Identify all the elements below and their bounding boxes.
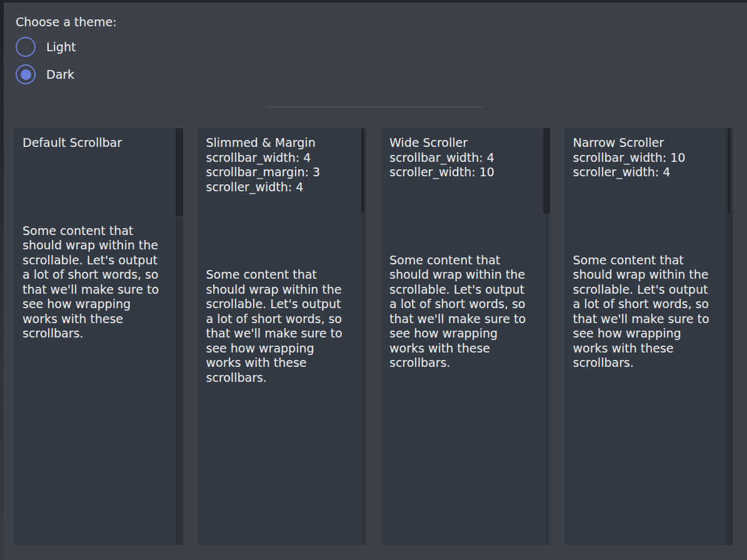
scrollbar-demo-columns: Default Scrollbar Some content that shou…: [14, 128, 733, 545]
divider: [267, 106, 483, 108]
panel-content: Some content that should wrap within the…: [573, 253, 716, 371]
panel-content: Some content that should wrap within the…: [206, 268, 349, 385]
panel-header: Slimmed & Margin scrollbar_width: 4 scro…: [206, 136, 356, 194]
panel-title: Slimmed & Margin: [206, 136, 356, 151]
panel-content: Some content that should wrap within the…: [389, 253, 532, 371]
panel-config-line: scrollbar_width: 10: [573, 151, 723, 166]
scrollbar-thumb[interactable]: [361, 128, 364, 212]
panel-slimmed-margin[interactable]: Slimmed & Margin scrollbar_width: 4 scro…: [198, 128, 367, 545]
window-top-edge: [0, 0, 747, 2]
radio-icon[interactable]: [16, 37, 36, 57]
scrollbar-thumb[interactable]: [176, 128, 183, 216]
panel-title: Wide Scroller: [389, 136, 539, 151]
scrollbar-thumb[interactable]: [728, 128, 731, 214]
radio-option-dark[interactable]: Dark: [16, 64, 74, 84]
radio-icon-selected[interactable]: [16, 64, 36, 84]
panel-narrow-scroller[interactable]: Narrow Scroller scrollbar_width: 10 scro…: [564, 128, 734, 545]
theme-chooser: Choose a theme: Light Dark: [16, 15, 117, 29]
window-left-edge: [0, 0, 4, 560]
panel-config-line: scroller_width: 4: [206, 180, 356, 195]
panel-default-scrollbar[interactable]: Default Scrollbar Some content that shou…: [14, 128, 183, 545]
radio-label: Light: [46, 40, 76, 54]
radio-label: Dark: [46, 68, 74, 81]
scrollbar-thumb[interactable]: [543, 128, 550, 214]
panel-title: Narrow Scroller: [573, 136, 723, 151]
panel-content: Some content that should wrap within the…: [23, 224, 165, 341]
panel-config-line: scrollbar_margin: 3: [206, 165, 356, 180]
panel-config-line: scrollbar_width: 4: [389, 151, 539, 166]
panel-title: Default Scrollbar: [23, 136, 173, 151]
panel-header: Wide Scroller scrollbar_width: 4 scrolle…: [389, 136, 539, 180]
panel-config-line: scrollbar_width: 4: [206, 151, 356, 166]
panel-header: Default Scrollbar: [23, 136, 173, 151]
panel-wide-scroller[interactable]: Wide Scroller scrollbar_width: 4 scrolle…: [381, 128, 550, 545]
panel-header: Narrow Scroller scrollbar_width: 10 scro…: [573, 136, 723, 180]
radio-option-light[interactable]: Light: [16, 37, 76, 57]
panel-config-line: scroller_width: 4: [573, 165, 723, 180]
theme-chooser-label: Choose a theme:: [16, 15, 117, 29]
panel-config-line: scroller_width: 10: [389, 165, 539, 180]
